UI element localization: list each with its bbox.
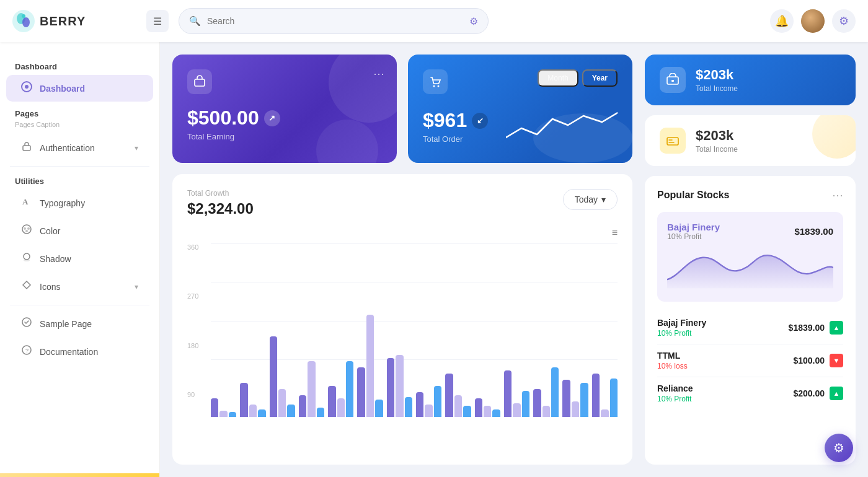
main-layout: Dashboard Dashboard Pages Pages Caption … [0,42,868,477]
income-blue-icon [660,67,686,93]
avatar[interactable] [801,9,825,33]
sidebar-section-utilities: Utilities [0,172,159,188]
chart-header: Total Growth $2,324.00 Today ▾ [187,189,618,217]
card-order: Month Year $961 ↙ Total Order [408,55,632,163]
stock-info-bajaj: Bajaj Finery 10% Profit [657,318,789,338]
table-row [445,262,471,417]
sidebar-divider-2 [10,305,149,305]
sidebar-item-authentication[interactable]: Authentication ▾ [6,134,153,161]
chart-card: Total Growth $2,324.00 Today ▾ ≡ [172,174,632,465]
fab-settings-button[interactable]: ⚙ [825,434,853,462]
svg-point-13 [24,259,30,261]
table-row [562,262,588,417]
filter-icon[interactable]: ⚙ [469,15,478,27]
bar-purple [299,395,306,417]
bar-blue [434,386,441,417]
sidebar-dashboard-label: Dashboard [40,84,138,94]
stock-chart-header: Bajaj Finery 10% Profit $1839.00 [667,222,833,241]
today-label: Today [575,195,598,204]
bar-purple [445,374,453,417]
bell-button[interactable]: 🔔 [770,9,794,33]
card-income-blue: $203k Total Income [645,55,856,105]
bar-purple [562,380,570,417]
sidebar-divider-1 [10,166,149,167]
stock-badge-up-reliance: ▲ [830,387,843,400]
bar-purple [387,358,394,417]
content-main: ⋯ $500.00 ↗ Total Earning Month [172,55,632,465]
logo-text: BERRY [40,14,86,28]
chart-area: 360 270 180 90 [187,243,618,417]
sidebar-shadow-label: Shadow [40,254,138,264]
shadow-icon [21,252,32,266]
header: BERRY ☰ 🔍 ⚙ 🔔 ⚙ [0,0,868,42]
tab-year[interactable]: Year [582,69,618,87]
bar-light [219,411,227,417]
bar-purple [475,398,482,417]
list-item: TTML 10% loss $100.00 ▼ [657,344,843,377]
chart-title: Total Growth [187,189,254,198]
chart-lines-icon[interactable]: ≡ [187,227,618,239]
bar-blue [258,409,265,417]
sidebar-item-icons[interactable]: Icons ▾ [6,273,153,300]
income-blue-info: $203k Total Income [696,67,738,93]
stocks-card: Popular Stocks ⋯ Bajaj Finery 10% Profit… [645,176,856,465]
income-white-label: Total Income [696,145,738,154]
order-arrow-icon: ↙ [472,113,488,129]
sidebar-item-sample-page[interactable]: Sample Page [6,310,153,337]
today-button[interactable]: Today ▾ [563,189,618,210]
bar-blue [492,409,500,417]
chart-amount: $2,324.00 [187,200,254,217]
logo-area: BERRY [12,10,136,32]
content-area: ⋯ $500.00 ↗ Total Earning Month [160,42,868,477]
table-row [328,262,353,417]
table-row [387,262,412,417]
order-tabs: Month Year [538,69,618,87]
sidebar-typography-label: Typography [40,198,138,208]
svg-point-10 [27,227,30,230]
sidebar-item-documentation[interactable]: ? Documentation [6,338,153,365]
stock-name-ttml: TTML [657,351,793,361]
stock-badge-up-bajaj: ▲ [830,321,843,335]
sidebar-item-typography[interactable]: A Typography [6,190,153,216]
top-cards: ⋯ $500.00 ↗ Total Earning Month [172,55,632,163]
earning-more-icon[interactable]: ⋯ [373,67,384,81]
earning-label: Total Earning [187,132,382,141]
bar-blue [287,405,294,417]
stocks-more-icon[interactable]: ⋯ [832,188,843,202]
stock-main-price: $1839.00 [794,226,833,237]
bar-light [278,389,286,417]
bar-blue [463,406,471,417]
income-blue-label: Total Income [696,84,738,93]
dashboard-icon [21,81,32,95]
settings-button[interactable]: ⚙ [832,9,856,33]
sample-page-icon [21,317,32,331]
tab-month[interactable]: Month [538,69,578,87]
bar-purple [357,367,365,417]
search-input[interactable] [207,16,463,26]
card-earning: ⋯ $500.00 ↗ Total Earning [172,55,397,163]
earning-amount: $500.00 ↗ [187,107,382,129]
card-order-body: $961 ↙ Total Order [423,107,618,144]
sidebar-item-dashboard[interactable]: Dashboard [6,75,153,102]
bar-blue [346,361,353,417]
bar-blue [522,391,529,417]
svg-rect-22 [667,138,678,145]
card-income-white: $203k Total Income [645,115,856,166]
stock-main-info: Bajaj Finery 10% Profit [667,222,720,241]
income-white-info: $203k Total Income [696,128,738,154]
sidebar-item-shadow[interactable]: Shadow [6,245,153,272]
sidebar-item-color[interactable]: Color [6,217,153,244]
svg-point-3 [22,14,25,18]
bar-blue [580,383,588,417]
search-icon: 🔍 [189,15,201,27]
icons-icon [21,279,32,294]
card-order-top: Month Year [423,69,618,94]
stock-name-reliance: Reliance [657,383,793,393]
stock-info-ttml: TTML 10% loss [657,351,793,370]
table-row [240,262,265,417]
menu-button[interactable]: ☰ [146,10,169,32]
auth-icon [21,141,32,155]
bar-purple [240,383,247,417]
stock-price-bajaj: $1839.00 [789,323,825,333]
bar-blue [610,379,618,417]
